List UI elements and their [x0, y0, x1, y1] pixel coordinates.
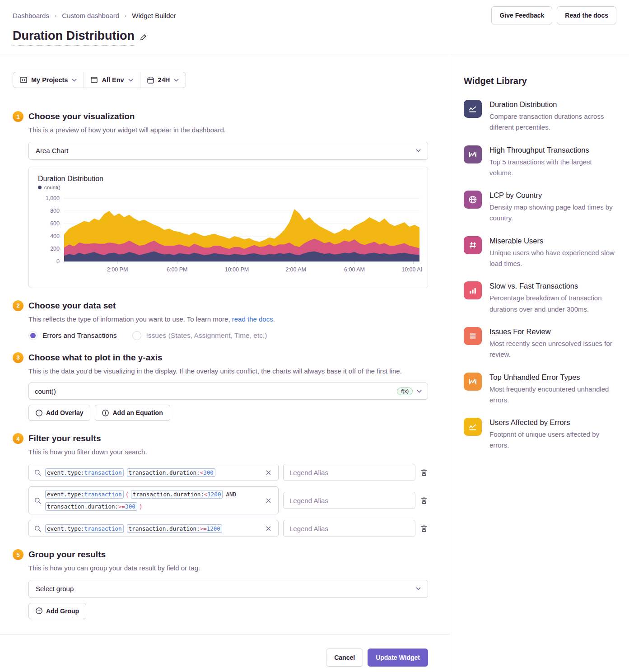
step-2-badge: 2 — [13, 300, 23, 311]
paren-token: ) — [139, 503, 143, 510]
clear-filter-button[interactable] — [264, 524, 273, 533]
read-the-docs-link[interactable]: read the docs — [232, 315, 273, 323]
svg-text:6:00 AM: 6:00 AM — [344, 266, 365, 273]
step-group: 5 Group your results This is how you can… — [13, 549, 428, 619]
widget-library-item[interactable]: Users Affected by ErrorsFootprint of uni… — [464, 418, 616, 451]
step-5-badge: 5 — [13, 549, 23, 560]
delete-filter-button[interactable] — [420, 468, 428, 477]
y-axis-function-select[interactable]: count() f(x) — [28, 383, 428, 400]
step-1-subtitle: This is a preview of how your widget wil… — [28, 125, 428, 135]
add-group-label: Add Group — [46, 607, 79, 615]
environment-filter-label: All Env — [102, 76, 124, 84]
svg-text:200: 200 — [50, 246, 60, 252]
widget-library-item-title: LCP by Country — [489, 191, 616, 200]
chart-legend[interactable]: count() — [38, 185, 419, 190]
radio-issues-label: Issues (States, Assignment, Time, etc.) — [146, 331, 267, 340]
search-token[interactable]: event.type:transaction — [45, 490, 124, 499]
update-widget-button[interactable]: Update Widget — [368, 649, 428, 667]
visualization-select-value: Area Chart — [36, 147, 69, 154]
read-the-docs-button[interactable]: Read the docs — [557, 6, 616, 24]
radio-errors-transactions[interactable]: Errors and Transactions — [28, 331, 117, 340]
legend-dot — [38, 186, 42, 189]
chevron-down-icon — [128, 79, 133, 82]
delete-filter-button[interactable] — [420, 524, 428, 533]
svg-text:800: 800 — [50, 208, 60, 214]
form-actions: Cancel Update Widget — [0, 635, 450, 672]
cancel-button[interactable]: Cancel — [326, 649, 363, 667]
widget-library-item-description: Compare transaction durations across dif… — [489, 111, 616, 133]
give-feedback-button[interactable]: Give Feedback — [491, 6, 552, 24]
svg-text:400: 400 — [50, 233, 60, 239]
legend-alias-input[interactable] — [283, 464, 415, 481]
breadcrumb-custom-dashboard[interactable]: Custom dashboard — [62, 12, 119, 19]
add-equation-label: Add an Equation — [112, 409, 163, 416]
content: My Projects All Env 24H — [0, 55, 629, 672]
widget-library-item-title: Top Unhandled Error Types — [489, 373, 616, 382]
breadcrumb-dashboards[interactable]: Dashboards — [13, 12, 49, 19]
step-4-badge: 4 — [13, 433, 23, 444]
search-token[interactable]: transaction.duration:>=1200 — [127, 524, 222, 533]
chevron-down-icon — [174, 79, 179, 82]
step-4-subtitle: This is how you filter down your search. — [28, 447, 428, 457]
widget-library-item[interactable]: LCP by CountryDensity map showing page l… — [464, 191, 616, 224]
widget-library-item[interactable]: Duration DistributionCompare transaction… — [464, 100, 616, 133]
time-filter[interactable]: 24H — [140, 72, 186, 88]
page-title[interactable]: Duration Distribution — [13, 29, 135, 46]
legend-alias-input[interactable] — [283, 520, 415, 537]
step-visualization: 1 Choose your visualization This is a pr… — [13, 111, 428, 288]
add-group-button[interactable]: Add Group — [28, 603, 86, 619]
search-token[interactable]: transaction.duration:<300 — [127, 468, 215, 477]
search-token[interactable]: transaction.duration:<1200 — [131, 490, 223, 499]
edit-title-button[interactable] — [140, 34, 147, 42]
widget-library-items: Duration DistributionCompare transaction… — [464, 100, 616, 451]
window-icon — [91, 77, 98, 83]
group-select[interactable]: Select group — [28, 580, 428, 598]
search-token[interactable]: event.type:transaction — [45, 468, 124, 477]
svg-text:2:00 PM: 2:00 PM — [107, 266, 128, 273]
group-select-placeholder: Select group — [36, 585, 74, 593]
widget-library-item[interactable]: High Throughput TransactionsTop 5 transa… — [464, 145, 616, 179]
environment-filter[interactable]: All Env — [84, 72, 140, 88]
chevron-down-icon — [417, 390, 422, 393]
breadcrumb-separator-icon: › — [125, 12, 126, 19]
project-filter[interactable]: My Projects — [13, 72, 84, 88]
search-token[interactable]: event.type:transaction — [45, 524, 124, 533]
widget-library-item-description: Unique users who have experienced slow l… — [489, 247, 616, 270]
filter-tokens: event.type:transactiontransaction.durati… — [45, 523, 260, 534]
widget-library-item-description: Density map showing page load times by c… — [489, 202, 616, 224]
widget-library-item[interactable]: Slow vs. Fast TransactionsPercentage bre… — [464, 281, 616, 315]
clear-filter-button[interactable] — [264, 496, 273, 505]
filter-search-input[interactable]: event.type:transactiontransaction.durati… — [28, 464, 279, 481]
globe-icon — [464, 191, 482, 209]
search-icon — [34, 469, 41, 476]
step-1-title: Choose your visualization — [28, 111, 135, 122]
add-overlay-button[interactable]: Add Overlay — [28, 405, 90, 421]
svg-text:0: 0 — [56, 258, 60, 265]
search-icon — [34, 497, 41, 504]
step-3-subtitle: This is the data you'd be visualizing in… — [28, 366, 428, 376]
filter-rows: event.type:transactiontransaction.durati… — [28, 464, 428, 537]
filter-search-input[interactable]: event.type:transactiontransaction.durati… — [28, 520, 279, 537]
filter-row: event.type:transaction(transaction.durat… — [28, 486, 428, 514]
widget-library-item-title: Slow vs. Fast Transactions — [489, 282, 616, 290]
add-equation-button[interactable]: Add an Equation — [95, 405, 170, 421]
area-line-icon — [464, 418, 482, 436]
delete-filter-button[interactable] — [420, 496, 428, 505]
filter-search-input[interactable]: event.type:transaction(transaction.durat… — [28, 486, 279, 514]
clear-filter-button[interactable] — [264, 468, 273, 477]
svg-text:2:00 AM: 2:00 AM — [285, 266, 306, 273]
search-token[interactable]: transaction.duration:>=300 — [45, 502, 137, 511]
visualization-select[interactable]: Area Chart — [28, 142, 428, 160]
widget-library-item[interactable]: Issues For ReviewMost recently seen unre… — [464, 327, 616, 360]
legend-alias-input[interactable] — [283, 492, 415, 509]
y-axis-function-value: count() — [35, 387, 56, 395]
widget-library-item[interactable]: Miserable UsersUnique users who have exp… — [464, 236, 616, 270]
search-icon — [34, 525, 41, 532]
filter-row: event.type:transactiontransaction.durati… — [28, 520, 428, 537]
top-bar: Dashboards › Custom dashboard › Widget B… — [0, 0, 629, 24]
widget-library-item[interactable]: Top Unhandled Error TypesMost frequently… — [464, 373, 616, 406]
step-4-title: Filter your results — [28, 433, 101, 444]
radio-issues[interactable]: Issues (States, Assignment, Time, etc.) — [132, 331, 267, 340]
filter-tokens: event.type:transaction(transaction.durat… — [45, 489, 260, 512]
data-set-radio-group: Errors and Transactions Issues (States, … — [28, 331, 428, 340]
